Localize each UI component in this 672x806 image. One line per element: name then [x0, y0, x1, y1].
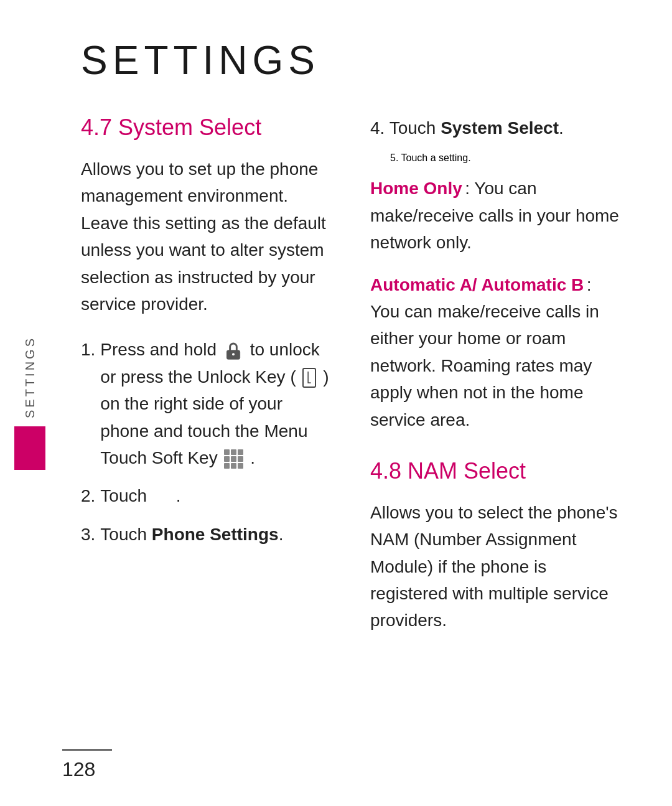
- step-4-bold: System Select: [441, 118, 559, 138]
- step-5-label: Touch a setting.: [401, 152, 471, 163]
- key-icon: ⎣: [302, 368, 316, 388]
- step-4: 4. Touch System Select.: [370, 115, 622, 141]
- left-column: 4.7 System Select Allows you to set up t…: [81, 115, 333, 653]
- automatic-text: : You can make/receive calls in either y…: [370, 275, 599, 429]
- step-2: 2. Touch .: [81, 482, 333, 509]
- page-number: 128: [62, 758, 95, 780]
- section-48-title: 4.8 NAM Select: [370, 458, 622, 484]
- page-number-area: 128: [62, 749, 112, 781]
- section-48: 4.8 NAM Select Allows you to select the …: [370, 458, 622, 634]
- step-3-content: Touch Phone Settings.: [100, 521, 283, 548]
- step-1: 1. Press and hold to unlock or press the…: [81, 336, 333, 471]
- section-47-description: Allows you to set up the phone managemen…: [81, 156, 333, 317]
- step-3: 3. Touch Phone Settings.: [81, 521, 333, 548]
- home-only-title: Home Only: [370, 179, 462, 198]
- step-2-number: 2.: [81, 482, 95, 509]
- automatic-title: Automatic A/ Automatic B: [370, 275, 584, 294]
- sub-sections: Home Only : You can make/receive calls i…: [370, 175, 622, 433]
- grid-menu-icon: [224, 449, 243, 469]
- page-divider: [62, 749, 112, 751]
- section-48-description: Allows you to select the phone's NAM (Nu…: [370, 499, 622, 634]
- step-1-content: Press and hold to unlock or press the Un…: [100, 336, 333, 471]
- svg-point-1: [232, 353, 235, 355]
- home-only-block: Home Only : You can make/receive calls i…: [370, 175, 622, 256]
- lock-icon: [223, 341, 243, 361]
- content-layout: 4.7 System Select Allows you to set up t…: [81, 115, 622, 653]
- step-2-content: Touch .: [100, 482, 180, 509]
- automatic-block: Automatic A/ Automatic B : You can make/…: [370, 271, 622, 433]
- step-3-number: 3.: [81, 521, 95, 548]
- step-1-number: 1.: [81, 336, 95, 363]
- section-47-title: 4.7 System Select: [81, 115, 333, 141]
- right-column: 4. Touch System Select. Touch a setting.…: [370, 115, 622, 653]
- steps-list: 1. Press and hold to unlock or press the…: [81, 336, 333, 548]
- page-title: SETTINGS: [81, 37, 622, 83]
